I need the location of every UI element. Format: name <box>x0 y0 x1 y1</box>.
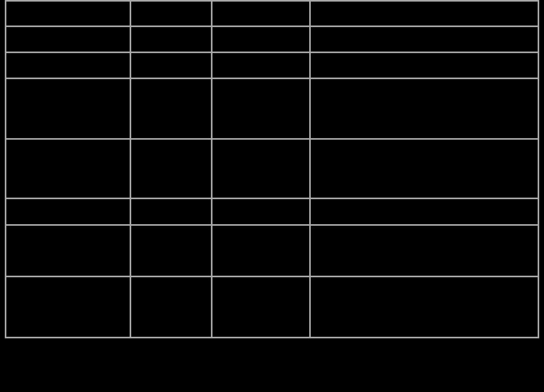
table-cell <box>131 2 211 25</box>
table-cell <box>212 226 310 276</box>
table-cell <box>212 140 310 198</box>
table-cell <box>131 53 211 78</box>
table-cell <box>6 27 130 52</box>
table-cell <box>212 27 310 52</box>
table-cell <box>6 2 130 25</box>
table-row <box>6 199 538 224</box>
table-cell <box>311 79 538 138</box>
table-cell <box>131 27 211 52</box>
table-row <box>6 27 538 52</box>
table-row <box>6 140 538 198</box>
table-cell <box>311 226 538 276</box>
table-cell <box>131 140 211 198</box>
table-cell <box>6 140 130 198</box>
table-cell <box>212 53 310 78</box>
table-cell <box>212 277 310 337</box>
table-row <box>6 226 538 276</box>
table-cell <box>131 79 211 138</box>
table-cell <box>6 199 130 224</box>
table-cell <box>311 140 538 198</box>
table-cell <box>311 27 538 52</box>
table-cell <box>6 277 130 337</box>
table-row <box>6 53 538 78</box>
table-cell <box>6 53 130 78</box>
table-cell <box>131 226 211 276</box>
table-cell <box>131 199 211 224</box>
caption-area <box>5 343 539 392</box>
table-cell <box>311 199 538 224</box>
table-cell <box>311 53 538 78</box>
data-table <box>5 0 539 338</box>
table-row <box>6 277 538 337</box>
table-cell <box>131 277 211 337</box>
table-row <box>6 79 538 138</box>
table-cell <box>311 2 538 25</box>
table-cell <box>6 79 130 138</box>
table-cell <box>6 226 130 276</box>
table-cell <box>212 79 310 138</box>
table-row <box>6 2 538 25</box>
table-cell <box>212 199 310 224</box>
table-cell <box>311 277 538 337</box>
table-cell <box>212 2 310 25</box>
